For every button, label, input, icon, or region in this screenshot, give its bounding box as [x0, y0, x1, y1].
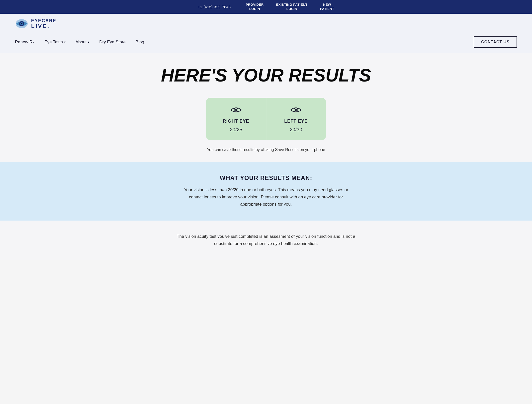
provider-login-link[interactable]: PROVIDERLOGIN	[246, 3, 264, 11]
right-eye-icon	[230, 105, 242, 116]
left-eye-card: LEFT EYE 20/30	[266, 98, 326, 140]
footer-section: The vision acuity test you've just compl…	[0, 221, 532, 260]
nav-about-label: About	[76, 40, 87, 45]
nav: Renew Rx Eye Tests ▾ About ▾ Dry Eye Sto…	[0, 34, 532, 53]
nav-blog-label: Blog	[136, 40, 144, 45]
svg-point-7	[295, 109, 297, 111]
nav-blog[interactable]: Blog	[136, 40, 144, 45]
left-eye-value: 20/30	[290, 127, 302, 133]
logo-eyecare: EYECARE	[31, 18, 56, 23]
logo-text: EYECARE LIVE.	[31, 18, 56, 29]
existing-patient-login-link[interactable]: EXISTING PATIENTLOGIN	[276, 3, 308, 11]
left-eye-label: LEFT EYE	[284, 119, 308, 124]
results-cards: RIGHT EYE 20/25 LEFT EYE 20/30	[15, 98, 517, 140]
nav-renew-rx-label: Renew Rx	[15, 40, 34, 45]
nav-dry-eye-store-label: Dry Eye Store	[99, 40, 126, 45]
svg-point-3	[21, 23, 22, 24]
top-bar: +1 (415) 329-7848 PROVIDERLOGIN EXISTING…	[0, 0, 532, 14]
footer-text: The vision acuity test you've just compl…	[171, 233, 361, 247]
logo-live: LIVE.	[31, 23, 56, 29]
about-chevron-icon: ▾	[88, 40, 89, 44]
nav-dry-eye-store[interactable]: Dry Eye Store	[99, 40, 126, 45]
new-patient-link[interactable]: NEWPATIENT	[320, 3, 334, 11]
svg-point-5	[235, 109, 237, 111]
nav-renew-rx[interactable]: Renew Rx	[15, 40, 34, 45]
results-meaning-section: WHAT YOUR RESULTS MEAN: Your vision is l…	[0, 162, 532, 221]
nav-eye-tests-label: Eye Tests	[44, 40, 63, 45]
logo[interactable]: EYECARE LIVE.	[15, 18, 56, 29]
logo-icon	[15, 18, 29, 29]
results-card-container: RIGHT EYE 20/25 LEFT EYE 20/30	[206, 98, 326, 140]
phone-number[interactable]: +1 (415) 329-7848	[198, 5, 231, 9]
left-eye-icon	[290, 105, 302, 116]
meaning-text: Your vision is less than 20/20 in one or…	[181, 186, 351, 208]
main-content: HERE'S YOUR RESULTS RIGHT EYE 20/25	[0, 53, 532, 162]
meaning-title: WHAT YOUR RESULTS MEAN:	[15, 174, 517, 181]
top-bar-links: PROVIDERLOGIN EXISTING PATIENTLOGIN NEWP…	[246, 3, 334, 11]
right-eye-value: 20/25	[230, 127, 242, 133]
results-title: HERE'S YOUR RESULTS	[15, 66, 517, 85]
header: EYECARE LIVE.	[0, 14, 532, 34]
nav-about[interactable]: About ▾	[76, 40, 89, 45]
nav-eye-tests[interactable]: Eye Tests ▾	[44, 40, 65, 45]
save-hint: You can save these results by clicking S…	[15, 148, 517, 152]
right-eye-card: RIGHT EYE 20/25	[206, 98, 266, 140]
contact-us-button[interactable]: CONTACT US	[474, 36, 517, 48]
right-eye-label: RIGHT EYE	[223, 119, 249, 124]
eye-tests-chevron-icon: ▾	[64, 40, 66, 44]
